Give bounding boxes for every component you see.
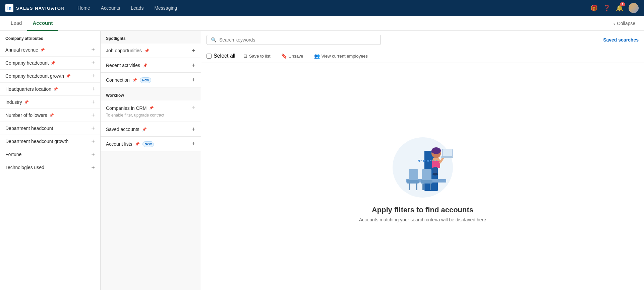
filter-headquarters-location-left: Headquarters location 📌 — [5, 86, 58, 92]
select-all-area[interactable]: Select all — [207, 53, 235, 59]
search-input[interactable] — [219, 37, 376, 43]
notifications-icon[interactable]: 🔔 7 — [616, 4, 623, 12]
nav-link-leads[interactable]: Leads — [126, 3, 148, 13]
job-opportunities-label: Job opportunities — [106, 48, 142, 53]
filter-fortune[interactable]: Fortune + — [0, 148, 100, 161]
empty-state-title: Apply filters to find accounts — [372, 206, 473, 214]
pin-icon-crm: 📌 — [149, 106, 154, 110]
spotlight-connection[interactable]: Connection 📌 New + — [101, 73, 201, 87]
companies-in-crm-label: Companies in CRM — [106, 105, 147, 111]
crm-subtext: To enable filter, upgrade contract — [106, 113, 195, 118]
help-icon[interactable]: ❓ — [603, 4, 610, 12]
add-department-headcount-growth-icon[interactable]: + — [91, 138, 95, 144]
filter-number-of-followers-left: Number of followers 📌 — [5, 113, 54, 118]
filter-industry[interactable]: Industry 📌 + — [0, 96, 100, 109]
spotlight-recent-activities[interactable]: Recent activities 📌 + — [101, 58, 201, 73]
annual-revenue-label: Annual revenue — [5, 47, 38, 53]
nav-link-messaging[interactable]: Messaging — [150, 3, 182, 13]
connection-label: Connection — [106, 77, 130, 83]
filter-company-headcount-growth-left: Company headcount growth 📌 — [5, 73, 71, 79]
pin-icon-3: 📌 — [66, 74, 71, 78]
workflow-account-lists[interactable]: Account lists 📌 New + — [101, 137, 201, 151]
add-account-lists-icon[interactable]: + — [192, 141, 195, 147]
svg-rect-6 — [421, 180, 432, 184]
left-panel: Company attributes Annual revenue 📌 + Co… — [0, 31, 101, 290]
svg-rect-8 — [416, 184, 417, 190]
spotlights-label: Spotlights — [101, 31, 201, 44]
pin-icon-6: 📌 — [49, 113, 54, 118]
svg-rect-4 — [422, 169, 431, 181]
linkedin-icon: in — [5, 4, 13, 12]
pin-icon-4: 📌 — [53, 87, 58, 91]
svg-point-13 — [431, 147, 441, 154]
add-connection-icon[interactable]: + — [192, 77, 195, 83]
tab-account[interactable]: Account — [27, 16, 58, 31]
add-number-of-followers-icon[interactable]: + — [91, 112, 95, 118]
add-industry-icon[interactable]: + — [91, 99, 95, 105]
add-company-headcount-growth-icon[interactable]: + — [91, 73, 95, 79]
view-employees-button[interactable]: 👥 View current employees — [311, 52, 371, 60]
add-recent-activities-icon[interactable]: + — [192, 62, 195, 68]
svg-rect-10 — [430, 184, 431, 190]
svg-point-23 — [432, 173, 438, 175]
unsave-button[interactable]: 🔖 Unsave — [279, 52, 306, 60]
filter-company-headcount-growth[interactable]: Company headcount growth 📌 + — [0, 70, 100, 83]
nav-logo[interactable]: in SALES NAVIGATOR — [5, 4, 65, 12]
add-fortune-icon[interactable]: + — [91, 151, 95, 157]
filter-department-headcount-left: Department headcount — [5, 126, 53, 131]
workflow-saved-accounts[interactable]: Saved accounts 📌 + — [101, 122, 201, 137]
filter-headquarters-location[interactable]: Headquarters location 📌 + — [0, 83, 100, 96]
collapse-button[interactable]: ‹ Collapse — [610, 19, 639, 28]
pin-icon-account-lists: 📌 — [135, 142, 140, 146]
gift-icon[interactable]: 🎁 — [590, 4, 598, 12]
filter-company-headcount[interactable]: Company headcount 📌 + — [0, 57, 100, 70]
add-saved-accounts-icon[interactable]: + — [192, 126, 195, 132]
filter-number-of-followers[interactable]: Number of followers 📌 + — [0, 109, 100, 122]
svg-rect-5 — [407, 180, 419, 184]
filter-technologies-used[interactable]: Technologies used + — [0, 161, 100, 174]
view-employees-icon: 👥 — [314, 53, 320, 59]
svg-point-21 — [427, 160, 429, 162]
select-all-checkbox[interactable] — [207, 54, 212, 59]
filter-annual-revenue[interactable]: Annual revenue 📌 + — [0, 44, 100, 57]
department-headcount-growth-label: Department headcount growth — [5, 139, 68, 144]
technologies-used-label: Technologies used — [5, 165, 44, 170]
add-technologies-used-icon[interactable]: + — [91, 164, 95, 170]
nav-link-accounts[interactable]: Accounts — [96, 3, 125, 13]
add-job-opportunities-icon[interactable]: + — [192, 48, 195, 54]
avatar[interactable] — [629, 3, 639, 13]
pin-icon-saved: 📌 — [142, 127, 147, 132]
collapse-label: Collapse — [617, 21, 635, 26]
add-companies-crm-icon: + — [192, 104, 195, 112]
connection-new-badge: New — [140, 77, 152, 83]
saved-searches-link[interactable]: Saved searches — [603, 37, 639, 43]
view-employees-label: View current employees — [321, 54, 368, 59]
svg-rect-3 — [409, 169, 418, 181]
account-lists-new-badge: New — [142, 141, 154, 147]
collapse-chevron-icon: ‹ — [613, 21, 615, 26]
workflow-section: Workflow Companies in CRM 📌 + To enable … — [101, 88, 201, 151]
unsave-label: Unsave — [289, 54, 303, 59]
unsave-icon: 🔖 — [281, 53, 287, 59]
filter-department-headcount-growth[interactable]: Department headcount growth + — [0, 135, 100, 148]
main-layout: Company attributes Annual revenue 📌 + Co… — [0, 31, 644, 290]
pin-icon-recent: 📌 — [143, 63, 148, 68]
company-headcount-growth-label: Company headcount growth — [5, 73, 64, 79]
nav-link-home[interactable]: Home — [73, 3, 95, 13]
svg-rect-9 — [422, 184, 424, 190]
add-company-headcount-icon[interactable]: + — [91, 60, 95, 66]
svg-rect-17 — [441, 156, 453, 158]
search-box[interactable]: 🔍 — [207, 35, 381, 45]
add-annual-revenue-icon[interactable]: + — [91, 47, 95, 53]
workflow-label: Workflow — [101, 88, 201, 100]
tab-lead[interactable]: Lead — [5, 16, 27, 31]
spotlight-job-opportunities[interactable]: Job opportunities 📌 + — [101, 44, 201, 58]
add-department-headcount-icon[interactable]: + — [91, 125, 95, 131]
filter-department-headcount[interactable]: Department headcount + — [0, 122, 100, 135]
add-headquarters-location-icon[interactable]: + — [91, 86, 95, 92]
middle-panel: Spotlights Job opportunities 📌 + Recent … — [101, 31, 201, 290]
number-of-followers-label: Number of followers — [5, 113, 47, 118]
department-headcount-label: Department headcount — [5, 126, 53, 131]
save-to-list-button[interactable]: ⊟ Save to list — [241, 52, 273, 60]
top-navigation: in SALES NAVIGATOR Home Accounts Leads M… — [0, 0, 644, 16]
